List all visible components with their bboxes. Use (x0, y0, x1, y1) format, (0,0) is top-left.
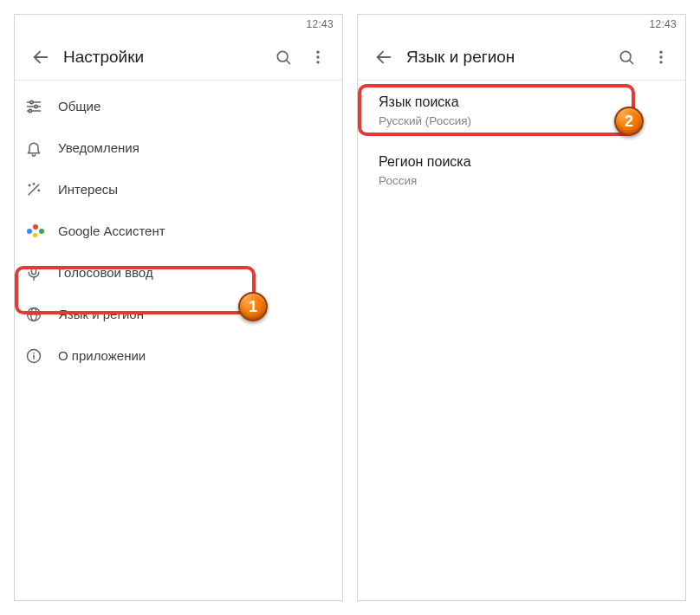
settings-item-label: Голосовой ввод (58, 265, 153, 281)
item-secondary-text: Россия (379, 173, 664, 189)
more-vert-icon (309, 49, 327, 66)
svg-line-2 (287, 60, 290, 63)
svg-point-4 (316, 55, 319, 58)
svg-point-13 (29, 184, 29, 185)
svg-point-3 (316, 50, 319, 53)
settings-item-about[interactable]: О приложении (15, 335, 342, 377)
svg-rect-16 (32, 267, 36, 275)
item-search-language[interactable]: Язык поиска Русский (Россия) (358, 81, 685, 140)
arrow-left-icon (31, 48, 50, 67)
more-vert-icon (652, 49, 670, 66)
google-assistant-icon (25, 222, 44, 241)
arrow-left-icon (374, 48, 393, 67)
tune-icon (25, 98, 42, 115)
back-button[interactable] (22, 40, 60, 74)
search-button[interactable] (609, 40, 644, 74)
mic-icon (25, 264, 42, 282)
item-primary-text: Регион поиска (379, 152, 664, 172)
svg-line-26 (630, 60, 633, 63)
svg-point-27 (659, 50, 662, 53)
language-region-list: Язык поиска Русский (Россия) Регион поис… (358, 81, 685, 200)
svg-point-29 (659, 61, 662, 63)
overflow-menu-button[interactable] (301, 40, 335, 74)
svg-point-9 (35, 105, 37, 107)
search-icon (618, 49, 635, 66)
settings-item-interests[interactable]: Интересы (15, 169, 342, 210)
overflow-menu-button[interactable] (644, 40, 678, 74)
settings-item-label: О приложении (58, 348, 146, 364)
svg-point-23 (33, 353, 35, 354)
settings-item-general[interactable]: Общие (15, 86, 342, 127)
wand-icon (25, 181, 42, 198)
settings-item-label: Google Ассистент (58, 223, 165, 239)
back-button[interactable] (365, 40, 403, 74)
settings-item-label: Общие (58, 99, 100, 114)
settings-item-voice[interactable]: Голосовой ввод (15, 252, 342, 294)
globe-icon (25, 306, 42, 323)
status-bar: 12:43 (15, 15, 342, 34)
item-secondary-text: Русский (Россия) (379, 113, 664, 129)
status-time: 12:43 (649, 18, 677, 30)
bell-icon (25, 139, 42, 157)
phone-right: 12:43 Язык и регион Язык поиска Русский … (357, 14, 686, 601)
info-icon (25, 347, 42, 365)
settings-item-assistant[interactable]: Google Ассистент (15, 210, 342, 252)
settings-list: Общие Уведомления Интересы Google Ассист… (15, 81, 342, 377)
app-bar: Язык и регион (358, 34, 685, 81)
settings-item-notifications[interactable]: Уведомления (15, 127, 342, 169)
svg-point-28 (659, 55, 662, 58)
search-icon (275, 49, 292, 66)
app-bar: Настройки (15, 34, 342, 81)
page-title: Настройки (60, 48, 266, 67)
settings-item-label: Интересы (58, 182, 118, 197)
search-button[interactable] (266, 40, 301, 74)
settings-item-label: Уведомления (58, 140, 139, 156)
item-search-region[interactable]: Регион поиска Россия (358, 140, 685, 200)
svg-point-14 (38, 190, 39, 191)
svg-point-11 (29, 109, 31, 112)
phone-left: 12:43 Настройки Общие Уведомления (14, 14, 343, 601)
settings-item-language-region[interactable]: Язык и регион (15, 294, 342, 335)
settings-item-label: Язык и регион (58, 307, 144, 322)
item-primary-text: Язык поиска (379, 93, 664, 112)
page-title: Язык и регион (403, 48, 609, 67)
svg-point-5 (316, 61, 319, 63)
status-bar: 12:43 (358, 15, 685, 34)
status-time: 12:43 (306, 18, 334, 30)
svg-point-7 (30, 100, 33, 103)
svg-point-15 (33, 184, 34, 184)
svg-line-12 (29, 186, 37, 195)
